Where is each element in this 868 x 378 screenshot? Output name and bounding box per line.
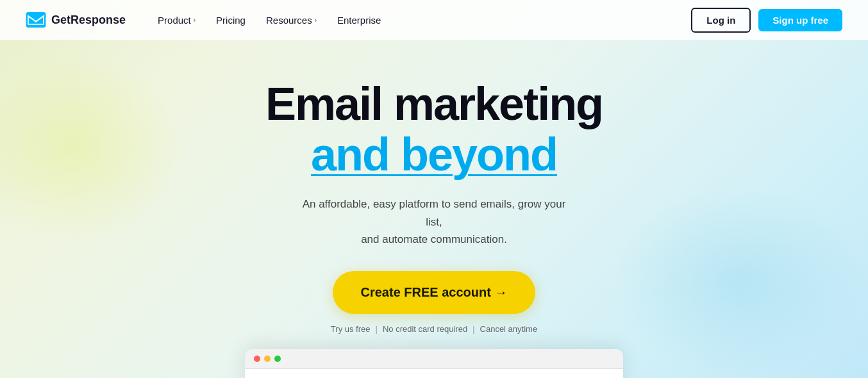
window-dot-green: [274, 356, 281, 362]
navbar: GetResponse Product › Pricing Resources …: [0, 0, 868, 40]
logo[interactable]: GetResponse: [26, 12, 126, 28]
hero-title: Email marketing and beyond: [265, 79, 603, 180]
nav-enterprise[interactable]: Enterprise: [328, 10, 390, 31]
navbar-right: Log in Sign up free: [691, 8, 842, 33]
hero-subtitle: An affordable, easy platform to send ema…: [293, 195, 575, 248]
svg-rect-0: [26, 12, 46, 28]
app-preview-titlebar: [245, 349, 623, 369]
create-account-button[interactable]: Create FREE account →: [333, 271, 536, 314]
window-dot-red: [254, 356, 260, 362]
hero-title-line1: Email marketing: [265, 79, 603, 129]
app-preview-window: [245, 349, 623, 378]
nav-enterprise-label: Enterprise: [337, 15, 381, 26]
login-button[interactable]: Log in: [691, 8, 751, 33]
hero-subtitle-line2: and automate communication.: [361, 233, 507, 245]
hero-subtitle-line1: An affordable, easy platform to send ema…: [303, 198, 566, 227]
trust-sep-2: |: [472, 324, 474, 334]
logo-icon: [26, 12, 46, 28]
nav-pricing[interactable]: Pricing: [207, 10, 255, 31]
hero-trust-text: Try us free | No credit card required | …: [331, 324, 537, 334]
nav-resources-chevron: ›: [315, 17, 317, 24]
cta-label: Create FREE account →: [361, 285, 508, 300]
navbar-left: GetResponse Product › Pricing Resources …: [26, 10, 390, 31]
trust-part-1: Try us free: [331, 324, 371, 334]
hero-title-line2: and beyond: [265, 129, 603, 180]
logo-text: GetResponse: [51, 13, 126, 27]
nav-product[interactable]: Product ›: [149, 10, 204, 31]
nav-product-chevron: ›: [194, 17, 196, 24]
hero-section: Email marketing and beyond An affordable…: [0, 40, 868, 378]
nav-resources-label: Resources: [266, 15, 312, 26]
nav-links: Product › Pricing Resources › Enterprise: [149, 10, 390, 31]
signup-button[interactable]: Sign up free: [758, 9, 842, 31]
nav-resources[interactable]: Resources ›: [257, 10, 326, 31]
trust-part-3: Cancel anytime: [480, 324, 538, 334]
window-dot-yellow: [264, 356, 271, 362]
trust-part-2: No credit card required: [383, 324, 467, 334]
nav-product-label: Product: [158, 15, 191, 26]
nav-pricing-label: Pricing: [216, 15, 246, 26]
trust-sep-1: |: [376, 324, 378, 334]
app-preview-body: [245, 369, 623, 378]
